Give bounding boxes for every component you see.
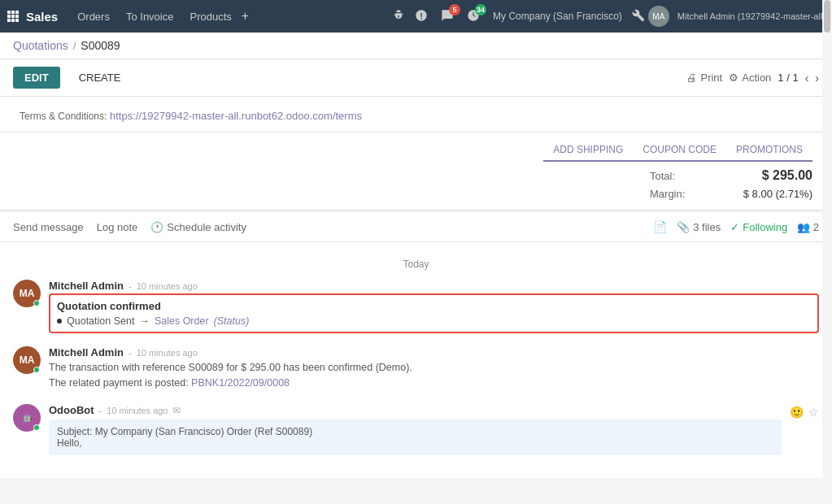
total-row: Total: $ 295.00 [650,168,812,183]
nav-products[interactable]: Products [183,7,237,26]
chat-icon[interactable]: 5 [438,6,457,28]
apps-icon[interactable] [7,10,20,23]
user-avatar[interactable]: MA [648,6,669,27]
company-name[interactable]: My Company (San Francisco) [493,11,622,22]
margin-value: $ 8.00 (2.71%) [743,188,812,200]
message-area: Today MA Mitchell Admin - 10 minutes ago… [0,242,832,478]
margin-label: Margin: [650,188,685,200]
message-header: OdooBot - 10 minutes ago ✉ [49,404,782,416]
message-author: Mitchell Admin [49,280,124,292]
message-time: 10 minutes ago [137,281,198,291]
support-icon[interactable] [412,6,431,28]
pagination: 1 / 1 [778,72,798,84]
nav-add-icon[interactable]: + [242,9,249,24]
app-brand[interactable]: Sales [26,10,58,24]
online-indicator [33,424,40,431]
message-avatar: MA [13,346,41,374]
pagination-prev[interactable]: ‹ [805,72,809,85]
send-message-button[interactable]: Send message [13,221,84,233]
chatter-right-actions: 📄 📎 3 files ✓ Following 👥 2 [653,220,819,233]
message-header: Mitchell Admin - 10 minutes ago [49,280,819,292]
message-text: The transaction with reference S00089 fo… [49,360,819,391]
settings-icon[interactable] [632,9,645,24]
message-time: 10 minutes ago [107,406,168,415]
terms-section: Terms & Conditions: https://19279942-mas… [0,97,832,133]
message-item: 🤖 OdooBot - 10 minutes ago ✉ Subject: My… [13,404,819,455]
status-label: (Status) [214,315,250,327]
message-item: MA Mitchell Admin - 10 minutes ago Quota… [13,280,819,333]
totals-section: ADD SHIPPING COUPON CODE PROMOTIONS Tota… [0,133,832,211]
log-note-button[interactable]: Log note [97,221,138,233]
status-change: Quotation Sent → Sales Order (Status) [57,315,811,327]
pagination-next[interactable]: › [815,72,819,85]
svg-rect-5 [15,15,19,18]
breadcrumb-current: S00089 [81,39,120,52]
online-indicator [33,300,40,306]
email-subject: Subject: My Company (San Francisco) Orde… [57,426,773,437]
svg-rect-7 [11,19,15,22]
breadcrumb-parent[interactable]: Quotations [13,39,68,52]
schedule-activity-button[interactable]: 🕐 Schedule activity [150,221,246,233]
activity-icon[interactable]: 34 [464,6,483,28]
clock-icon: 🕐 [150,221,163,233]
star-icon[interactable]: ☆ [808,406,819,419]
margin-row: Margin: $ 8.00 (2.71%) [650,188,812,200]
chat-badge: 5 [449,4,460,15]
edit-button[interactable]: EDIT [13,67,60,89]
top-navigation: Sales Orders To Invoice Products + 5 34 … [0,0,832,33]
day-divider: Today [13,259,819,270]
bot-avatar: 🤖 [13,404,41,432]
svg-rect-4 [11,15,15,18]
followers-button[interactable]: 👥 2 [797,221,819,233]
following-button[interactable]: ✓ Following [730,221,787,233]
payment-link[interactable]: PBNK1/2022/09/0008 [191,377,290,389]
printer-icon: 🖨 [686,72,697,84]
online-indicator [33,367,40,373]
message-body: Mitchell Admin - 10 minutes ago Quotatio… [49,280,819,333]
record-toolbar: EDIT CREATE 🖨 Print ⚙ Action 1 / 1 ‹ › [0,59,832,97]
files-button[interactable]: 📎 3 files [677,221,721,233]
check-icon: ✓ [730,221,739,233]
envelope-icon: ✉ [172,405,181,416]
add-shipping-button[interactable]: ADD SHIPPING [543,139,633,162]
message-item: MA Mitchell Admin - 10 minutes ago The t… [13,346,819,391]
breadcrumb-separator: / [73,40,76,52]
promotions-button[interactable]: PROMOTIONS [726,139,812,162]
message-avatar: MA [13,280,41,307]
svg-rect-3 [7,15,11,18]
svg-rect-1 [11,11,15,14]
confirmation-text: Quotation confirmed [57,300,811,312]
attachment-icon: 📄 [653,220,667,233]
message-header: Mitchell Admin - 10 minutes ago [49,346,819,358]
paperclip-icon: 📎 [677,221,690,233]
gear-icon: ⚙ [729,72,738,84]
create-button[interactable]: CREATE [67,66,133,89]
username-label: Mitchell Admin (19279942-master-all) [677,11,825,21]
coupon-code-button[interactable]: COUPON CODE [633,139,726,162]
nav-orders[interactable]: Orders [71,7,116,26]
total-value: $ 295.00 [762,168,812,183]
arrow-icon: → [139,315,150,327]
message-author: Mitchell Admin [49,346,124,358]
status-to-link[interactable]: Sales Order [155,315,209,327]
terms-link[interactable]: https://19279942-master-all.runbot62.odo… [110,110,362,122]
scrollbar-thumb[interactable] [824,0,830,33]
chatter-toolbar: Send message Log note 🕐 Schedule activit… [0,211,832,242]
scrollbar[interactable] [822,0,832,478]
message-body: Mitchell Admin - 10 minutes ago The tran… [49,346,819,391]
breadcrumb: Quotations / S00089 [0,33,832,59]
users-icon: 👥 [797,221,810,233]
email-hello: Hello, [57,437,773,449]
svg-rect-2 [15,11,19,14]
totals-values: Total: $ 295.00 Margin: $ 8.00 (2.71%) [650,168,812,200]
bug-icon[interactable] [389,6,408,28]
emoji-reaction-icon[interactable]: 🙂 [790,406,804,419]
svg-rect-8 [15,19,19,22]
svg-rect-0 [7,11,11,14]
print-button[interactable]: 🖨 Print [686,72,722,84]
bullet-icon [57,319,62,324]
action-button[interactable]: ⚙ Action [729,72,771,84]
status-from: Quotation Sent [67,315,134,327]
nav-to-invoice[interactable]: To Invoice [120,7,181,26]
highlighted-message: Quotation confirmed Quotation Sent → Sal… [49,293,819,333]
